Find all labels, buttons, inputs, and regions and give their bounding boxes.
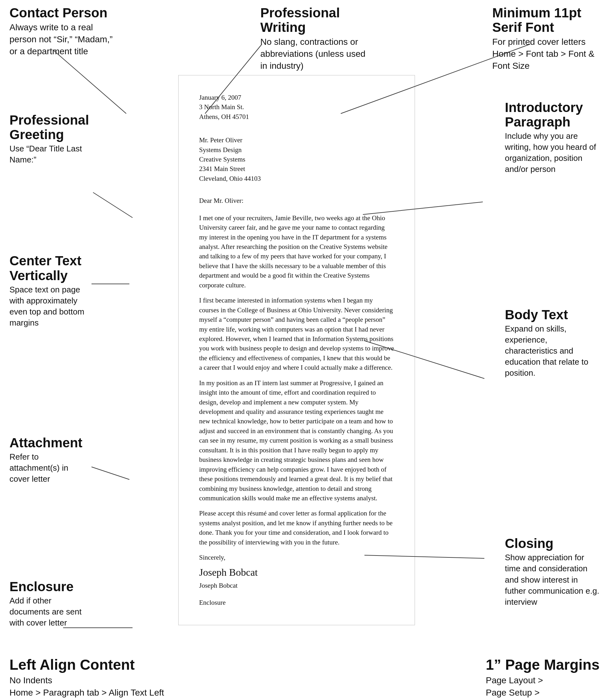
contact-person-body: Always write to a real person not “Sir,”…: [10, 21, 117, 57]
enclosure-text: Enclosure: [199, 598, 394, 607]
closing-block: Sincerely, Joseph Bobcat Joseph Bobcat: [199, 553, 394, 590]
recipient-city: Cleveland, Ohio 44103: [199, 174, 394, 183]
enclosure-body: Add if other documents are sent with cov…: [10, 595, 88, 628]
introductory-annotation: IntroductoryParagraph Include why you ar…: [505, 100, 599, 175]
enclosure-annotation: Enclosure Add if other documents are sen…: [10, 579, 88, 628]
minimum-font-body: For printed cover lettersHome > Font tab…: [492, 36, 599, 72]
recipient-block: Mr. Peter Oliver Systems Design Creative…: [199, 135, 394, 183]
salutation: Dear Mr. Oliver:: [199, 196, 394, 205]
closing-text: Sincerely,: [199, 553, 394, 562]
closing-annotation: Closing Show appreciation for time and c…: [505, 536, 599, 608]
recipient-name: Mr. Peter Oliver: [199, 135, 394, 145]
body-text-body: Expand on skills, experience, characteri…: [505, 323, 599, 379]
sender-address: January 6, 2007 3 North Main St. Athens,…: [199, 93, 394, 121]
recipient-company: Creative Systems: [199, 155, 394, 164]
professional-greeting-body: Use “Dear Title Last Name:”: [10, 143, 88, 165]
left-align-annotation: Left Align Content No IndentsHome > Para…: [10, 657, 164, 700]
page-margins-body: Page Layout >Page Setup >Margins >Normal: [486, 674, 599, 700]
introductory-body: Include why you are writing, how you hea…: [505, 130, 599, 175]
attachment-annotation: Attachment Refer to attachment(s) in cov…: [10, 436, 88, 485]
body-text-title: Body Text: [505, 308, 599, 322]
center-text-body: Space text on page with ap­proximately e…: [10, 284, 88, 328]
professional-writing-annotation: Professional Writing No slang, contracti…: [260, 6, 368, 72]
enclosure-line: Enclosure: [199, 593, 394, 607]
right-sidebar: IntroductoryParagraph Include why you ar…: [499, 75, 609, 641]
professional-greeting-title: Professional Greeting: [10, 113, 88, 142]
main-layout: Professional Greeting Use “Dear Title La…: [0, 75, 609, 641]
letter-para-1: I met one of your recruiters, Jamie Bevi…: [199, 213, 394, 290]
recipient-street: 2341 Main Street: [199, 164, 394, 174]
letter-para-2: I first became interested in information…: [199, 296, 394, 372]
signature-typed: Joseph Bobcat: [199, 581, 394, 590]
recipient-title: Systems Design: [199, 145, 394, 155]
closing-title: Closing: [505, 536, 599, 551]
letter-paper: January 6, 2007 3 North Main St. Athens,…: [178, 75, 415, 625]
sender-city: Athens, OH 45701: [199, 112, 394, 121]
closing-body: Show appreciation for time and considera…: [505, 552, 599, 607]
signature-script: Joseph Bobcat: [199, 565, 394, 579]
attachment-title: Attachment: [10, 436, 88, 450]
professional-greeting-annotation: Professional Greeting Use “Dear Title La…: [10, 113, 88, 165]
left-align-title: Left Align Content: [10, 657, 164, 673]
center-text-annotation: Center TextVertically Space text on page…: [10, 253, 88, 328]
page-margins-title: 1” Page Margins: [486, 657, 599, 673]
bottom-annotations: Left Align Content No IndentsHome > Para…: [0, 647, 609, 700]
professional-writing-body: No slang, contractions or abbreviations …: [260, 36, 368, 72]
left-align-body: No IndentsHome > Paragraph tab > Align T…: [10, 674, 164, 699]
introductory-title: IntroductoryParagraph: [505, 100, 599, 129]
contact-person-title: Contact Person: [10, 6, 117, 20]
enclosure-title: Enclosure: [10, 579, 88, 594]
page-margins-annotation: 1” Page Margins Page Layout >Page Setup …: [486, 657, 599, 700]
left-sidebar: Professional Greeting Use “Dear Title La…: [0, 75, 95, 641]
letter-para-3: In my position as an IT intern last summ…: [199, 378, 394, 503]
page-wrapper: Contact Person Always write to a real pe…: [0, 0, 609, 700]
body-text-annotation: Body Text Expand on skills, experience, …: [505, 308, 599, 379]
attachment-body: Refer to attachment(s) in cover letter: [10, 451, 88, 485]
contact-person-annotation: Contact Person Always write to a real pe…: [10, 6, 117, 72]
sender-date: January 6, 2007: [199, 93, 394, 102]
letter-container: January 6, 2007 3 North Main St. Athens,…: [95, 75, 499, 641]
professional-writing-title: Professional Writing: [260, 6, 368, 35]
letter-para-4: Please accept this résumé and cover lett…: [199, 508, 394, 547]
top-annotations: Contact Person Always write to a real pe…: [0, 0, 609, 72]
minimum-font-title: Minimum 11pt Serif Font: [492, 6, 599, 35]
center-text-title: Center TextVertically: [10, 253, 88, 283]
sender-street: 3 North Main St.: [199, 102, 394, 112]
minimum-font-annotation: Minimum 11pt Serif Font For printed cove…: [492, 6, 599, 72]
